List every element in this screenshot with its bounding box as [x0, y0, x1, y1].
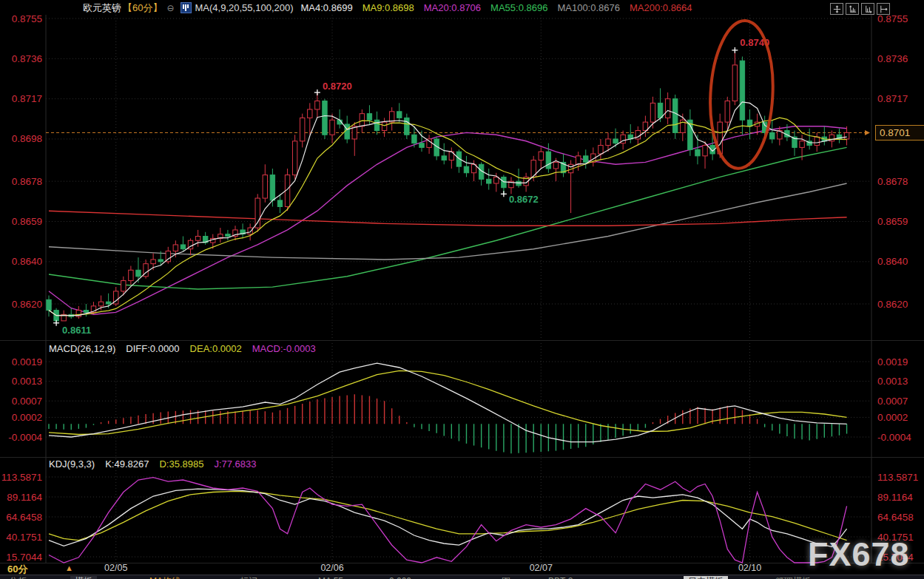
dea-line [49, 370, 847, 434]
kdj-legend-item: D:35.8985 [159, 458, 203, 470]
macd-legend-item: DIFF:0.0000 [126, 343, 179, 354]
date-tick-label: 02/10 [738, 563, 761, 573]
price-tick-label: 0.8736 [12, 53, 42, 64]
price-tick-label: 0.0013 [12, 376, 42, 387]
ma-legend: MA4:0.8699MA9:0.8698MA20:0.8706MA55:0.86… [301, 2, 702, 13]
ma-legend-item: MA100:0.8676 [557, 2, 620, 13]
price-tick-label: -0.0004 [877, 432, 911, 443]
price-tick-label: 0.0019 [877, 356, 908, 368]
date-tick-label: 02/06 [320, 563, 343, 573]
price-tick-label: 0.8698 [12, 133, 42, 144]
price-tick-label: 0.8678 [12, 176, 42, 187]
k-line [49, 489, 847, 546]
ma-line-ma55 [49, 147, 847, 289]
kdj-settings-label[interactable]: KDJ(9,3,3) [49, 458, 95, 470]
ma-line-ma9 [49, 118, 847, 316]
price-tick-label: 0.8640 [12, 256, 42, 267]
price-tick-label: 64.6458 [877, 512, 914, 523]
collapse-icon[interactable]: ⊖ [166, 3, 174, 13]
kdj-layer [49, 478, 847, 563]
price-tick-label: 40.1751 [6, 532, 42, 543]
price-tick-label: 113.5871 [877, 472, 918, 483]
timeframe-up-arrow-icon[interactable]: ▲ [65, 563, 73, 572]
macd-layer [49, 363, 847, 453]
price-annotation: 0.8720 [323, 81, 352, 92]
symbol-title: 欧元英镑 [83, 1, 121, 15]
crosshair-icon[interactable] [830, 3, 843, 15]
ma-overlays-layer [49, 126, 847, 314]
price-tick-label: 0.0013 [877, 376, 908, 387]
kdj-legend-item: J:77.6833 [214, 458, 256, 470]
bottom-toolbar-item[interactable]: 0.000 [385, 576, 416, 579]
date-tick-label: 02/05 [104, 563, 127, 573]
price-tick-label: 0.8640 [877, 256, 908, 267]
ma-legend-item: MA200:0.8664 [630, 2, 692, 13]
ma-legend-item: MA4:0.8699 [301, 2, 353, 13]
macd-header: MACD(26,12,9)DIFF:0.0000DEA:0.0002MACD:-… [49, 343, 337, 354]
pan-tool-icon[interactable] [877, 3, 890, 15]
candles-layer[interactable] [47, 50, 849, 323]
price-tick-label: 0.8717 [877, 93, 908, 104]
kdj-header: KDJ(9,3,3)K:49.8267D:35.8985J:77.6833 [49, 458, 277, 470]
price-tick-label: 0.8678 [877, 176, 908, 187]
current-price-box: 0.8701 [875, 125, 924, 140]
time-axis: 60分 ▲ 02/0502/0602/0702/10 [0, 563, 924, 575]
ma-settings-label[interactable]: MA(4,9,20,55,100,200) [195, 2, 294, 13]
price-tick-label: 0.8620 [877, 299, 908, 310]
price-tick-label: 0.8659 [12, 216, 42, 227]
ma-line-ma200 [49, 211, 847, 226]
bottom-toolbar-item[interactable]: 日内模板 [684, 576, 728, 579]
diff-line [49, 363, 847, 442]
price-tick-label: 0.8620 [12, 299, 42, 310]
bottom-toolbar-item[interactable]: 标记 [235, 576, 262, 579]
price-tick-label: -0.0004 [8, 432, 42, 443]
price-annotation: 0.8611 [62, 325, 91, 336]
price-tick-label: 0.0019 [12, 356, 42, 368]
j-line [49, 478, 847, 563]
x-axis-tool-icon[interactable] [861, 3, 874, 15]
price-tick-label: 0.8717 [12, 93, 42, 104]
chart-header: 欧元英镑 【60分】 ⊖ MA(4,9,20,55,100,200) MA4:0… [0, 0, 924, 16]
price-tick-label: 64.6458 [6, 512, 42, 523]
price-tick-label: 0.0007 [877, 396, 908, 407]
price-tick-label: 89.1164 [877, 492, 913, 503]
ma-legend-item: MA20:0.8706 [424, 2, 481, 13]
macd-settings-label[interactable]: MACD(26,12,9) [49, 343, 115, 354]
bottom-toolbar-item[interactable]: 图 [497, 576, 515, 579]
bottom-toolbar: 分析模板MA均线标记MA 550.000图BBT-2日内模板管理模板 [0, 575, 924, 579]
price-tick-label: 113.5871 [1, 472, 42, 483]
ma-line-ma4 [49, 102, 847, 316]
kline-style-icon[interactable] [181, 2, 192, 13]
price-tick-label: 0.0007 [12, 396, 42, 407]
bottom-toolbar-item[interactable]: BBT-2 [544, 576, 577, 579]
timeframe-label: 【60分】 [123, 1, 162, 15]
ma-line-ma20 [49, 126, 847, 314]
price-tick-label: 0.0002 [12, 412, 42, 423]
price-tick-label: 0.8736 [877, 53, 908, 64]
bottom-toolbar-item[interactable]: MA均线 [145, 576, 185, 579]
current-price-arrow-icon [865, 130, 870, 135]
grid-layer [0, 15, 924, 563]
price-tick-label: 89.1164 [7, 492, 42, 503]
kdj-legend-item: K:49.8267 [105, 458, 149, 470]
date-tick-label: 02/07 [530, 563, 553, 573]
trading-chart-app: 0.87550.87550.87360.87360.87170.87170.86… [0, 0, 924, 579]
price-tick-label: 0.0002 [877, 412, 908, 423]
ma-legend-item: MA9:0.8698 [362, 2, 414, 13]
price-annotation: 0.8672 [509, 194, 539, 205]
ma-legend-item: MA55:0.8696 [490, 2, 547, 13]
macd-legend: DIFF:0.0000DEA:0.0002MACD:-0.0003 [126, 343, 326, 354]
macd-legend-item: DEA:0.0002 [190, 343, 242, 354]
bottom-toolbar-item[interactable]: 模板 [70, 576, 97, 579]
y-axis-tool-icon[interactable] [846, 3, 859, 15]
price-tick-label: 0.8659 [877, 216, 908, 227]
chart-toolbar [830, 3, 890, 15]
kdj-legend: K:49.8267D:35.8985J:77.6833 [105, 458, 266, 470]
price-tick-label: 15.7044 [6, 552, 42, 563]
bottom-toolbar-item[interactable]: 管理模板 [771, 576, 815, 579]
bottom-toolbar-item[interactable]: MA 55 [314, 576, 348, 579]
bottom-toolbar-item[interactable]: 分析 [4, 576, 31, 579]
macd-legend-item: MACD:-0.0003 [252, 343, 316, 354]
chart-canvas[interactable]: 0.87550.87550.87360.87360.87170.87170.86… [0, 0, 924, 579]
